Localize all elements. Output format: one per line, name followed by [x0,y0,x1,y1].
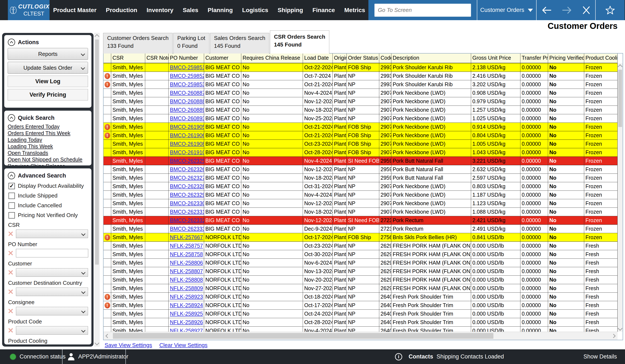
quick-search-link-open-not-shipped-on-schedule[interactable]: Open Not Shipped on Schedule [8,156,88,163]
screen-selector-dropdown[interactable]: Customer Orders [477,0,536,20]
column-header-product-cooling[interactable]: Product Cooling [584,54,618,63]
field-select-customer-destination-country[interactable] [16,287,88,296]
action-dropdown-reports[interactable]: Reports [8,48,88,60]
checkbox-include-shipped[interactable]: Include Shipped [8,192,87,199]
menu-item-logistics[interactable]: Logistics [242,7,268,14]
po-number-link[interactable]: NFLK-258809 [170,285,203,291]
collapse-chevron-icon[interactable] [8,38,15,46]
column-header-alert[interactable] [103,54,111,63]
tab-sales-orders-search[interactable]: Sales Orders Search145 Found [210,33,269,54]
po-number-link[interactable]: BMCO-260889 [170,107,204,113]
quick-search-link-orders-entered-today[interactable]: Orders Entered Today [8,123,88,130]
table-row[interactable]: Smith, MylesNFLK-258758NORFOLK LTDNoOct-… [103,250,623,259]
table-row[interactable]: Smith, MylesBMCO-262327BIG MEAT CONoNov-… [103,174,623,182]
collapse-chevron-icon[interactable] [8,114,15,122]
po-number-link[interactable]: BMCO-262326 [170,166,204,172]
link-save-view-settings[interactable]: Save View Settings [105,342,152,348]
po-number-link[interactable]: BMCO-260888 [170,98,204,104]
menu-item-finance[interactable]: Finance [312,7,335,14]
table-row[interactable]: Smith, MylesBMCO-262326BIG MEAT CONoNov-… [103,165,623,174]
po-number-link[interactable]: BMCO-262329 [170,192,204,198]
menu-item-inventory[interactable]: Inventory [147,7,173,14]
scrollbar-thumb[interactable] [113,333,493,339]
show-details-button[interactable]: Show Details [583,349,617,364]
po-number-link[interactable]: NFLK-258924 [170,302,203,308]
table-row[interactable]: Smith, MylesBMCO-262332BIG MEAT CONoNov-… [103,216,623,225]
column-header-origin[interactable]: Origin [333,54,347,63]
po-number-link[interactable]: BMCO-261910 [170,149,204,155]
table-row[interactable]: !Smith, MylesNFLK-257667NORFOLK LTDNoOct… [103,233,623,242]
clear-filter-icon[interactable]: ✕ [8,250,14,257]
table-row[interactable]: Smith, MylesBMCO-261910BIG MEAT CONoOct-… [103,148,623,157]
forward-button[interactable] [562,6,572,15]
scrollbar-thumb[interactable] [95,39,99,265]
po-number-link[interactable]: BMCO-260887 [170,90,204,96]
po-number-link[interactable]: BMCO-259851 [170,64,204,70]
action-button-view-log[interactable]: View Log [8,76,88,87]
po-number-link[interactable]: BMCO-262331 [170,209,204,215]
column-header-csr-notes[interactable]: CSR Notes [145,54,169,63]
po-number-link[interactable]: BMCO-261906 [170,132,204,138]
po-number-link[interactable]: BMCO-259853 [170,81,204,87]
menu-item-production[interactable]: Production [106,7,137,14]
column-header-pricing-verified[interactable]: Pricing Verified [548,54,584,63]
grid-horizontal-scrollbar[interactable] [103,332,618,340]
quick-search-link-loading-this-week[interactable]: Loading This Week [8,143,88,150]
menu-item-product-master[interactable]: Product Master [53,7,96,14]
menu-item-shipping[interactable]: Shipping [278,7,303,14]
table-row[interactable]: !Smith, MylesBMCO-261906BIG MEAT CONoOct… [103,131,623,140]
clear-filter-icon[interactable]: ✕ [8,308,14,315]
scroll-up-icon[interactable] [618,64,623,69]
goto-screen-input[interactable] [374,4,471,17]
table-row[interactable]: Smith, MylesNFLK-258808NORFOLK LTDNoNov-… [103,276,623,284]
table-row[interactable]: Smith, MylesNFLK-258925NORFOLK LTDNoOct-… [103,310,623,318]
field-input-po-number[interactable] [16,249,88,257]
column-header-transfer-price[interactable]: Transfer Price [520,54,548,63]
checkbox-box[interactable] [8,202,15,209]
checkbox-include-cancelled[interactable]: Include Cancelled [8,202,87,209]
table-row[interactable]: !Smith, MylesBMCO-259852BIG MEAT CONoOct… [103,72,623,80]
po-number-link[interactable]: NFLK-258926 [170,319,203,325]
tab-parking-lot[interactable]: Parking Lot0 Found [173,33,209,54]
po-number-link[interactable]: BMCO-262325 [170,158,204,164]
close-screen-button[interactable] [582,6,590,14]
table-row[interactable]: Smith, MylesBMCO-260893BIG MEAT CONoNov-… [103,114,623,123]
table-row[interactable]: Smith, MylesNFLK-258927NORFOLK LTDNoNov-… [103,327,623,332]
field-select-customer[interactable] [16,268,88,277]
quick-search-link-requires-china-release[interactable]: Requires China Release [8,163,88,166]
field-select-consignee[interactable] [16,307,88,315]
po-number-link[interactable]: NFLK-258757 [170,243,203,249]
scroll-up-icon[interactable] [94,34,99,39]
menu-item-planning[interactable]: Planning [208,7,233,14]
field-select-csr[interactable] [16,229,88,238]
po-number-link[interactable]: BMCO-261908 [170,141,204,147]
po-number-link[interactable]: BMCO-262333 [170,226,204,232]
collapse-chevron-icon[interactable] [8,172,15,179]
po-number-link[interactable]: NFLK-258927 [170,328,203,332]
po-number-link[interactable]: BMCO-262327 [170,175,204,181]
table-row[interactable]: !Smith, MylesNFLK-258923NORFOLK LTDNoOct… [103,293,623,301]
column-header-load-date[interactable]: Load Date [303,54,333,63]
po-number-link[interactable]: BMCO-260893 [170,115,204,121]
table-row[interactable]: Smith, MylesNFLK-258809NORFOLK LTDNoNov-… [103,284,623,293]
po-number-link[interactable]: BMCO-259852 [170,73,204,79]
table-row[interactable]: Smith, MylesBMCO-260888BIG MEAT CONoNov-… [103,97,623,106]
column-header-order-status[interactable]: Order Status [347,54,379,63]
po-number-link[interactable]: NFLK-258925 [170,311,203,317]
table-row[interactable]: Smith, MylesBMCO-262328BIG MEAT CONoOct-… [103,182,623,191]
back-button[interactable] [541,6,552,15]
checkbox-display-product-availability[interactable]: ✓Display Product Availability [8,183,87,189]
table-row[interactable]: Smith, MylesNFLK-258926NORFOLK LTDNoOct-… [103,318,623,327]
action-dropdown-update-sales-order[interactable]: Update Sales Order [8,62,88,74]
scroll-right-icon[interactable] [611,334,616,338]
clear-filter-icon[interactable]: ✕ [8,269,14,276]
table-row[interactable]: Smith, MylesNFLK-258757NORFOLK LTDNoOct-… [103,242,623,250]
column-header-code[interactable]: Code [379,54,391,63]
menu-item-sales[interactable]: Sales [183,7,198,14]
table-row[interactable]: Smith, MylesBMCO-259851BIG MEAT CONoOct-… [103,63,623,72]
info-icon[interactable]: i [395,353,402,360]
quick-search-link-orders-entered-this-week[interactable]: Orders Entered This Week [8,130,88,137]
table-row[interactable]: Smith, MylesBMCO-261908BIG MEAT CONoOct-… [103,140,623,148]
table-row[interactable]: Smith, MylesBMCO-262325BIG MEAT CONoNov-… [103,157,623,165]
menu-item-metrics[interactable]: Metrics [344,7,365,14]
